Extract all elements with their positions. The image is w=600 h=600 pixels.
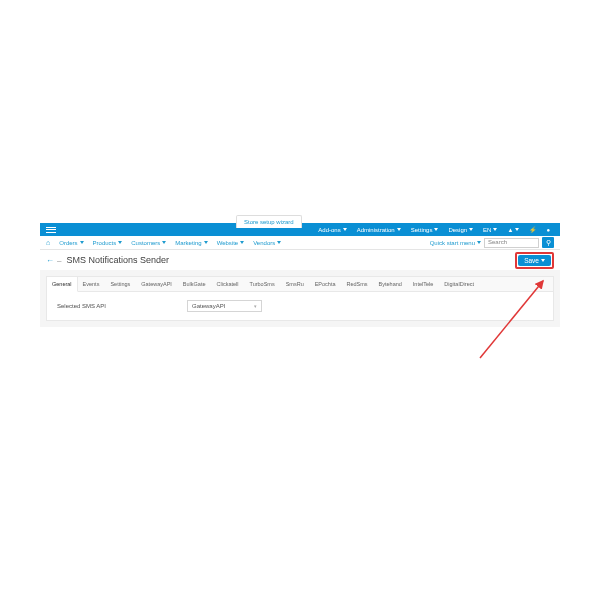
tab-general[interactable]: General — [47, 277, 78, 292]
administration-menu[interactable]: Administration — [353, 227, 405, 233]
hamburger-icon[interactable] — [46, 226, 56, 234]
tab-digitaldirect[interactable]: DigitalDirect — [439, 277, 480, 291]
tab-epochta[interactable]: EPochta — [310, 277, 342, 291]
marketing-menu[interactable]: Marketing — [172, 240, 210, 246]
store-setup-wizard-tab[interactable]: Store setup wizard — [236, 215, 302, 228]
home-icon[interactable]: ⌂ — [46, 239, 50, 246]
quick-start-menu[interactable]: Quick start menu — [430, 240, 481, 246]
language-menu[interactable]: EN — [479, 227, 501, 233]
menu-bar: ⌂ Orders Products Customers Marketing We… — [40, 236, 560, 250]
tabs: General Events Settings GatewayAPI BulkG… — [47, 277, 553, 292]
design-menu[interactable]: Design — [444, 227, 477, 233]
user-icon[interactable]: ▲ — [503, 227, 523, 233]
notification-icon[interactable]: ● — [542, 227, 554, 233]
customers-menu[interactable]: Customers — [128, 240, 169, 246]
website-menu[interactable]: Website — [214, 240, 248, 246]
page-title: SMS Notifications Sender — [66, 255, 169, 265]
vendors-menu[interactable]: Vendors — [250, 240, 284, 246]
title-row: ← – SMS Notifications Sender Save — [40, 250, 560, 270]
save-highlight: Save — [515, 252, 554, 269]
bolt-icon[interactable]: ⚡ — [525, 226, 540, 233]
orders-menu[interactable]: Orders — [56, 240, 86, 246]
selected-api-select[interactable]: GatewayAPI▾ — [187, 300, 262, 312]
tab-bytehand[interactable]: Bytehand — [374, 277, 408, 291]
tab-inteltele[interactable]: IntelTele — [408, 277, 440, 291]
tab-smsru[interactable]: SmsRu — [281, 277, 310, 291]
settings-menu[interactable]: Settings — [407, 227, 443, 233]
settings-panel: General Events Settings GatewayAPI BulkG… — [46, 276, 554, 321]
search-input[interactable]: Search — [484, 238, 539, 248]
addons-menu[interactable]: Add-ons — [314, 227, 350, 233]
selected-api-label: Selected SMS API — [57, 303, 187, 309]
back-icon[interactable]: ← — [46, 256, 54, 265]
tab-events[interactable]: Events — [78, 277, 106, 291]
tab-settings[interactable]: Settings — [105, 277, 136, 291]
form-row: Selected SMS API GatewayAPI▾ — [47, 292, 553, 320]
tab-clickatell[interactable]: Clickatell — [211, 277, 244, 291]
tab-bulkgate[interactable]: BulkGate — [178, 277, 212, 291]
tab-turbosms[interactable]: TurboSms — [245, 277, 281, 291]
tab-redsms[interactable]: RedSms — [342, 277, 374, 291]
products-menu[interactable]: Products — [90, 240, 126, 246]
tab-gatewayapi[interactable]: GatewayAPI — [136, 277, 178, 291]
collapse-icon[interactable]: – — [57, 256, 61, 265]
save-button[interactable]: Save — [518, 255, 551, 266]
search-button[interactable]: ⚲ — [542, 237, 554, 248]
